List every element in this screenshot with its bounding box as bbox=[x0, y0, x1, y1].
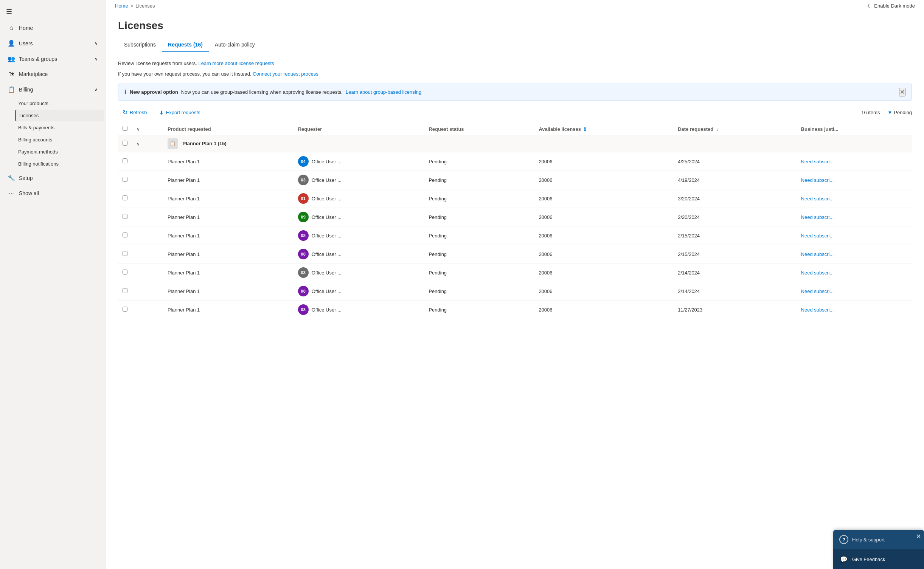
group-row: ∨ 📋 Planner Plan 1 (15) bbox=[118, 135, 912, 152]
row-checkbox[interactable] bbox=[123, 214, 127, 219]
col-header-date[interactable]: Date requested ↓ bbox=[673, 123, 796, 135]
table-row: Planner Plan 1 01 Office User ... Pendin… bbox=[118, 189, 912, 208]
breadcrumb-home-link[interactable]: Home bbox=[115, 3, 128, 9]
row-date: 4/25/2024 bbox=[673, 152, 796, 171]
users-icon: 👤 bbox=[8, 40, 15, 47]
group-product-icon: 📋 bbox=[168, 138, 178, 149]
connect-request-link[interactable]: Connect your request process bbox=[253, 71, 318, 77]
sidebar-item-users[interactable]: 👤 Users ∨ bbox=[2, 36, 104, 51]
sidebar-item-teams-groups[interactable]: 👥 Teams & groups ∨ bbox=[2, 51, 104, 66]
items-count: 16 items bbox=[861, 110, 880, 115]
group-licensing-link[interactable]: Learn about group-based licensing bbox=[346, 89, 421, 95]
group-expand-cell: ∨ bbox=[132, 135, 163, 152]
main-content: Home > Licenses ☾ Enable Dark mode Licen… bbox=[106, 0, 924, 569]
sidebar-item-your-products[interactable]: Your products bbox=[15, 98, 104, 109]
requester-name: Office User ... bbox=[312, 288, 342, 294]
avatar: 08 bbox=[298, 304, 309, 315]
row-checkbox[interactable] bbox=[123, 270, 127, 274]
row-checkbox[interactable] bbox=[123, 307, 127, 312]
refresh-icon: ↻ bbox=[123, 109, 127, 116]
row-justification: Need subscri... bbox=[797, 208, 912, 226]
row-checkbox[interactable] bbox=[123, 288, 127, 293]
sidebar-item-billing-notifications[interactable]: Billing notifications bbox=[15, 158, 104, 170]
row-checkbox[interactable] bbox=[123, 195, 127, 200]
group-checkbox[interactable] bbox=[123, 141, 127, 146]
approval-banner-close-button[interactable]: ✕ bbox=[899, 88, 905, 96]
tab-auto-claim[interactable]: Auto-claim policy bbox=[209, 38, 261, 52]
avatar: 01 bbox=[298, 193, 309, 204]
row-licenses: 20006 bbox=[534, 282, 673, 301]
row-checkbox[interactable] bbox=[123, 177, 127, 182]
select-all-checkbox[interactable] bbox=[123, 126, 127, 131]
sidebar-item-show-all[interactable]: ··· Show all bbox=[2, 186, 104, 200]
requester-name: Office User ... bbox=[312, 233, 342, 239]
row-product: Planner Plan 1 bbox=[163, 226, 294, 245]
row-product: Planner Plan 1 bbox=[163, 208, 294, 226]
table-row: Planner Plan 1 08 Office User ... Pendin… bbox=[118, 282, 912, 301]
row-product: Planner Plan 1 bbox=[163, 264, 294, 282]
sidebar-item-marketplace[interactable]: 🛍 Marketplace bbox=[2, 67, 104, 81]
col-header-checkbox bbox=[118, 123, 132, 135]
group-label: Planner Plan 1 (15) bbox=[183, 141, 227, 146]
row-checkbox[interactable] bbox=[123, 158, 127, 163]
setup-icon: 🔧 bbox=[8, 174, 15, 181]
row-checkbox[interactable] bbox=[123, 233, 127, 237]
filter-badge[interactable]: ▼ Pending bbox=[887, 110, 912, 115]
learn-more-link[interactable]: Learn more about license requests bbox=[198, 60, 274, 66]
billing-accounts-label: Billing accounts bbox=[18, 137, 52, 143]
row-date: 2/14/2024 bbox=[673, 264, 796, 282]
sidebar-item-billing[interactable]: 📋 Billing ∧ bbox=[2, 82, 104, 97]
give-feedback-item[interactable]: 💬 Give Feedback bbox=[833, 549, 924, 569]
tabs-bar: Subscriptions Requests (16) Auto-claim p… bbox=[118, 38, 912, 52]
row-justification: Need subscri... bbox=[797, 245, 912, 264]
col-header-licenses[interactable]: Available licenses ℹ bbox=[534, 123, 673, 135]
row-checkbox-cell bbox=[118, 264, 132, 282]
hamburger-button[interactable]: ☰ bbox=[0, 3, 106, 20]
row-requester: 04 Office User ... bbox=[294, 152, 424, 171]
row-licenses: 20006 bbox=[534, 226, 673, 245]
row-licenses: 20006 bbox=[534, 152, 673, 171]
requester-name: Office User ... bbox=[312, 196, 342, 202]
row-justification: Need subscri... bbox=[797, 282, 912, 301]
row-licenses: 20006 bbox=[534, 189, 673, 208]
sidebar-item-home[interactable]: ⌂ Home bbox=[2, 21, 104, 35]
row-checkbox-cell bbox=[118, 282, 132, 301]
help-icon: ? bbox=[839, 535, 848, 544]
help-support-item[interactable]: ? Help & support bbox=[833, 530, 924, 549]
licenses-label: Licenses bbox=[19, 113, 39, 118]
help-panel-close-button[interactable]: ✕ bbox=[916, 533, 921, 540]
export-label: Export requests bbox=[166, 110, 200, 115]
row-requester: 09 Office User ... bbox=[294, 208, 424, 226]
sidebar-item-billing-label: Billing bbox=[19, 87, 33, 93]
expand-all-button[interactable]: ∨ bbox=[137, 127, 140, 132]
table-body: ∨ 📋 Planner Plan 1 (15) Planner Plan 1 0… bbox=[118, 135, 912, 319]
col-header-product[interactable]: Product requested bbox=[163, 123, 294, 135]
table-header-row: ∨ Product requested Requester Request st… bbox=[118, 123, 912, 135]
breadcrumb-separator: > bbox=[130, 3, 134, 9]
your-products-label: Your products bbox=[18, 101, 48, 106]
tab-requests[interactable]: Requests (16) bbox=[162, 38, 209, 52]
group-expand-button[interactable]: ∨ bbox=[137, 141, 140, 147]
sidebar-item-home-label: Home bbox=[19, 25, 33, 31]
sidebar-item-billing-accounts[interactable]: Billing accounts bbox=[15, 134, 104, 146]
tab-subscriptions[interactable]: Subscriptions bbox=[118, 38, 162, 52]
row-product: Planner Plan 1 bbox=[163, 282, 294, 301]
refresh-button[interactable]: ↻ Refresh bbox=[118, 107, 152, 118]
col-header-status[interactable]: Request status bbox=[424, 123, 534, 135]
sidebar-item-bills-payments[interactable]: Bills & payments bbox=[15, 122, 104, 133]
sidebar-item-payment-methods[interactable]: Payment methods bbox=[15, 146, 104, 158]
dark-mode-toggle[interactable]: ☾ Enable Dark mode bbox=[867, 3, 915, 9]
approval-banner-text: Now you can use group-based licensing wh… bbox=[181, 89, 343, 95]
export-requests-button[interactable]: ⬇ Export requests bbox=[155, 107, 205, 118]
requester-name: Office User ... bbox=[312, 270, 342, 276]
col-header-requester[interactable]: Requester bbox=[294, 123, 424, 135]
sidebar-item-setup[interactable]: 🔧 Setup bbox=[2, 171, 104, 185]
row-indent-cell bbox=[132, 264, 163, 282]
breadcrumb-current: Licenses bbox=[135, 3, 155, 9]
row-indent-cell bbox=[132, 208, 163, 226]
row-status: Pending bbox=[424, 282, 534, 301]
row-requester: 03 Office User ... bbox=[294, 264, 424, 282]
row-justification: Need subscri... bbox=[797, 189, 912, 208]
sidebar-item-licenses[interactable]: Licenses bbox=[15, 110, 104, 121]
row-checkbox[interactable] bbox=[123, 251, 127, 256]
